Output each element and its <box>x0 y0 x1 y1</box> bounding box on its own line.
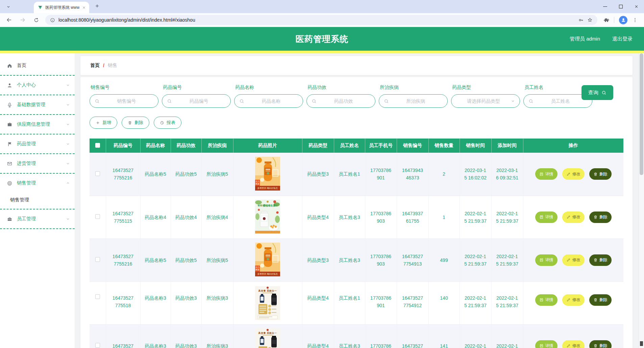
employee-name-cell: 员工姓名1 <box>339 171 360 177</box>
filter-field[interactable] <box>162 94 231 108</box>
url-text[interactable]: localhost:8080/yiyaoguanlixitong/admin/d… <box>58 17 575 23</box>
sidebar-item[interactable]: 药品管理 <box>0 135 75 153</box>
back-button[interactable] <box>3 14 15 26</box>
logout-link[interactable]: 退出登录 <box>612 36 633 42</box>
table-action-button[interactable]: 删除 <box>122 117 149 129</box>
sidebar-divider <box>0 114 75 115</box>
filter-input[interactable] <box>244 98 298 104</box>
row-checkbox[interactable] <box>95 214 100 219</box>
column-header: 药品功效 <box>171 139 201 153</box>
delete-button[interactable]: 删除 <box>589 340 612 348</box>
new-tab-button[interactable] <box>95 3 100 8</box>
forward-button[interactable] <box>17 14 28 26</box>
address-bar[interactable]: localhost:8080/yiyaoguanlixitong/admin/d… <box>45 15 597 25</box>
filter-field[interactable] <box>234 94 303 108</box>
page-scrollbar[interactable] <box>639 53 644 348</box>
delete-button[interactable]: 删除 <box>589 168 612 180</box>
sidebar-item[interactable]: 进货管理 <box>0 155 75 172</box>
tab-search-button[interactable] <box>5 3 12 10</box>
column-header: 销售编号 <box>397 139 428 153</box>
table-action-button[interactable]: 新增 <box>90 117 117 129</box>
admin-user-label[interactable]: 管理员 admin <box>570 36 600 42</box>
bookmark-star-icon[interactable] <box>587 17 593 23</box>
select-all-checkbox[interactable] <box>95 143 100 148</box>
filter-label: 药品编号 <box>163 84 231 91</box>
detail-button[interactable]: 详情 <box>535 254 558 266</box>
search-icon <box>601 90 606 95</box>
extensions-icon[interactable] <box>603 17 609 23</box>
filter-field[interactable] <box>379 94 448 108</box>
reload-button[interactable] <box>30 14 42 26</box>
browser-tab-strip: 医药管理系统 www.baipiaozh <box>0 0 644 13</box>
sale-id-cell: 16473527 <box>402 343 423 348</box>
filter-input[interactable] <box>389 98 443 104</box>
window-maximize-button[interactable] <box>613 0 628 13</box>
sidebar-divider <box>0 75 75 76</box>
sidebar-divider <box>0 173 75 174</box>
filter-field[interactable] <box>90 94 158 108</box>
browser-tab[interactable]: 医药管理系统 www.baipiaozh <box>34 2 89 13</box>
edit-button[interactable]: 修改 <box>562 212 585 223</box>
delete-button[interactable]: 删除 <box>589 254 612 266</box>
sidebar-item[interactable]: 首页 <box>0 57 75 74</box>
window-close-button[interactable] <box>628 0 644 13</box>
detail-button[interactable]: 详情 <box>535 340 558 348</box>
table-action-button[interactable]: 报表 <box>154 117 181 129</box>
detail-button[interactable]: 详情 <box>535 212 558 223</box>
sidebar-item[interactable]: 个人中心 <box>0 76 75 94</box>
filter-field[interactable] <box>451 94 520 108</box>
sidebar-subitem[interactable]: 销售管理 <box>0 192 75 208</box>
header-accent-bar <box>0 51 644 53</box>
edit-button[interactable]: 修改 <box>562 340 585 348</box>
detail-button[interactable]: 详情 <box>535 294 558 306</box>
photo-banner-text: 多维营养 喝出好状态 <box>255 186 280 191</box>
search-icon <box>167 99 172 104</box>
drug-type-cell: 药品类型3 <box>307 171 329 177</box>
chevron-down-icon <box>66 142 70 146</box>
breadcrumb-home[interactable]: 首页 <box>90 63 100 69</box>
filter-input[interactable] <box>100 98 153 104</box>
document-icon <box>539 298 544 302</box>
profile-avatar[interactable] <box>619 16 627 24</box>
row-checkbox[interactable] <box>95 257 100 262</box>
edit-button[interactable]: 修改 <box>562 254 585 266</box>
window-minimize-button[interactable] <box>597 0 613 13</box>
drug-name-cell: 药品名称3 <box>145 295 166 301</box>
row-checkbox[interactable] <box>95 343 100 348</box>
trash-icon <box>593 344 598 348</box>
filter-field[interactable] <box>306 94 375 108</box>
employee-name-cell: 员工姓名3 <box>339 257 360 263</box>
disease-cell: 所治疾病4 <box>206 215 228 220</box>
browser-menu-icon[interactable] <box>632 17 638 23</box>
filter-input[interactable] <box>172 98 226 104</box>
tab-close-icon[interactable] <box>82 6 86 9</box>
site-info-icon[interactable] <box>50 18 55 23</box>
row-checkbox[interactable] <box>95 171 100 176</box>
add-time-cell: 2022-03-1 6 09:32:51 <box>496 168 518 180</box>
employee-name-cell: 员工姓名3 <box>339 215 360 220</box>
delete-button[interactable]: 删除 <box>589 212 612 223</box>
row-checkbox[interactable] <box>95 294 100 299</box>
delete-button[interactable]: 删除 <box>589 294 612 306</box>
sidebar-item[interactable]: 基础数据管理 <box>0 96 75 114</box>
password-key-icon[interactable] <box>578 17 584 23</box>
filter-input[interactable] <box>456 98 511 104</box>
column-header: 药品照片 <box>233 139 302 153</box>
toolbox-icon <box>7 216 13 222</box>
sidebar-item[interactable]: 员工管理 <box>0 210 75 228</box>
sale-time-cell: 2022-03-1 5 16:02:02 <box>464 168 487 180</box>
query-button[interactable]: 查询 <box>581 85 613 100</box>
edit-button[interactable]: 修改 <box>562 168 585 180</box>
main-content: 首页 / 销售 销售编号 <box>75 53 639 348</box>
sidebar-item[interactable]: 销售管理 <box>0 174 75 192</box>
filter-input[interactable] <box>534 98 587 104</box>
detail-button[interactable]: 详情 <box>535 168 558 180</box>
trash-icon <box>593 258 598 262</box>
scrollbar-thumb[interactable] <box>640 53 643 175</box>
filter-input[interactable] <box>317 98 370 104</box>
sidebar-item[interactable]: 供应商信息管理 <box>0 116 75 133</box>
column-header: 药品名称 <box>140 139 171 153</box>
disease-cell: 所治疾病5 <box>206 171 228 177</box>
edit-button[interactable]: 修改 <box>562 294 585 306</box>
trash-icon <box>593 172 598 176</box>
